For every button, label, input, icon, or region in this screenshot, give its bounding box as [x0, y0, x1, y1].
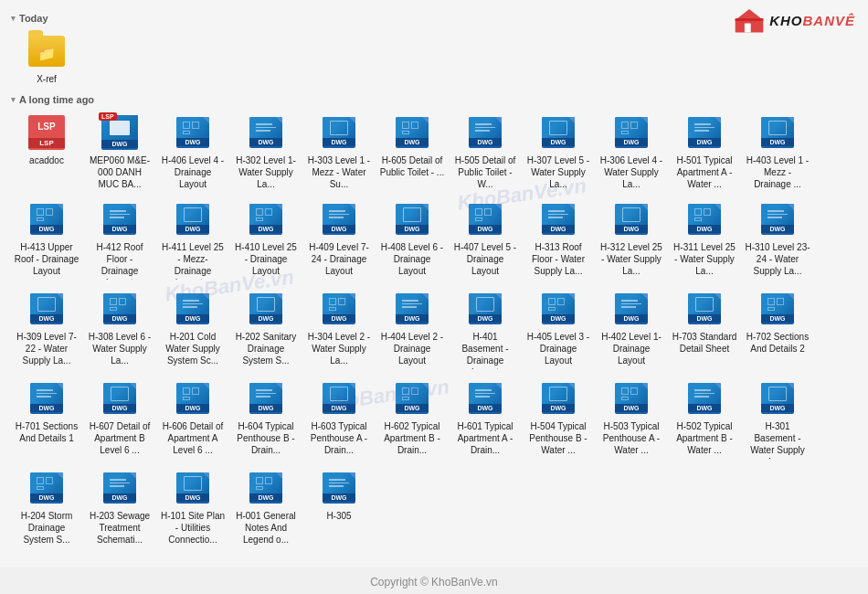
- file-name-h305: H-305: [306, 510, 372, 522]
- file-name-h403: H-403 Level 1 -Mezz - Drainage ...: [745, 154, 810, 190]
- file-item-h312[interactable]: DWG H-312 Level 25 - Water Supply La...: [596, 196, 667, 283]
- file-item-h505[interactable]: DWG H-505 Detail of Public Toilet - W...: [450, 109, 521, 194]
- file-item-h412[interactable]: DWG H-412 Roof Floor - Drainage Layout: [84, 196, 155, 283]
- file-item-h313roof[interactable]: DWG H-313 Roof Floor - Water Supply La..…: [523, 196, 594, 283]
- file-item-h405[interactable]: DWG H-405 Level 3 - Drainage Layout: [523, 285, 594, 373]
- file-item-h406[interactable]: DWG H-406 Level 4 - Drainage Layout: [157, 109, 228, 194]
- file-item-h504[interactable]: DWG H-504 Typical Penthouse B - Water ..…: [523, 375, 594, 462]
- file-name-h703: H-703 Standard Detail Sheet: [672, 331, 737, 355]
- dwg-icon: DWG: [469, 383, 502, 414]
- file-name-h408: H-408 Level 6 - Drainage Layout: [379, 241, 445, 277]
- dwg-icon: DWG: [542, 117, 575, 148]
- file-item-h602[interactable]: DWG H-602 Typical Apartment B - Drain...: [376, 375, 448, 462]
- file-name-h302: H-302 Level 1-Water Supply La...: [233, 154, 299, 190]
- file-item-h307[interactable]: DWG H-307 Level 5 - Water Supply La...: [523, 109, 594, 194]
- dwg-icon: DWG: [30, 204, 63, 235]
- file-name-h501: H-501 Typical Apartment A - Water ...: [672, 154, 737, 190]
- file-item-h306[interactable]: DWG H-306 Level 4 - Water Supply La...: [596, 109, 667, 194]
- dwg-icon: DWG: [30, 383, 63, 414]
- dwg-icon: DWG: [396, 293, 429, 324]
- file-icon-h605: DWG: [392, 112, 432, 153]
- file-item-acaddoc[interactable]: LSP LSP acaddoc: [11, 109, 82, 194]
- file-icon-h201: DWG: [173, 289, 213, 329]
- file-item-h502[interactable]: DWG H-502 Typical Apartment B - Water ..…: [669, 375, 740, 462]
- file-item-h101[interactable]: DWG H-101 Site Plan - Utilities Connecti…: [157, 464, 228, 549]
- file-icon-h203: DWG: [100, 468, 140, 508]
- file-item-h308[interactable]: DWG H-308 Level 6 - Water Supply La...: [84, 285, 155, 373]
- file-item-h203[interactable]: DWG H-203 Sewage Treatment Schemati...: [84, 464, 155, 549]
- file-item-h607[interactable]: DWG H-607 Detail of Apartment B Level 6 …: [84, 375, 155, 462]
- file-item-h606[interactable]: DWG H-606 Detail of Apartment A Level 6 …: [157, 375, 228, 462]
- file-name-h309: H-309 Level 7-22 - Water Supply La...: [14, 331, 79, 366]
- file-item-h410[interactable]: DWG H-410 Level 25 - Drainage Layout: [230, 196, 302, 283]
- dwg-icon: DWG: [615, 204, 648, 235]
- file-item-h605[interactable]: DWG H-605 Detail of Public Toilet - ...: [376, 109, 448, 194]
- file-item-h408[interactable]: DWG H-408 Level 6 - Drainage Layout: [376, 196, 448, 283]
- file-name-h411: H-411 Level 25 - Mezz-Drainage Layout...: [160, 241, 226, 280]
- longtime-grid: LSP LSP acaddoc LSP DWG MEP060 M&E-000 D…: [11, 109, 857, 549]
- file-item-h701[interactable]: DWG H-701 Sections And Details 1: [11, 375, 82, 462]
- dwg-icon: DWG: [103, 472, 136, 504]
- file-item-h301[interactable]: DWG H-301 Basement - Water Supply La...: [742, 375, 813, 462]
- file-item-h001[interactable]: DWG H-001 General Notes And Legend o...: [230, 464, 302, 549]
- file-icon-h411: DWG: [173, 199, 213, 239]
- file-icon-h503: DWG: [611, 378, 651, 419]
- file-icon-h405: DWG: [538, 289, 578, 329]
- dwg-icon: DWG: [323, 383, 355, 414]
- file-item-h703[interactable]: DWG H-703 Standard Detail Sheet: [669, 285, 740, 373]
- file-item-h601[interactable]: DWG H-601 Typical Apartment A - Drain...: [450, 375, 521, 462]
- dwg-icon: DWG: [761, 117, 794, 148]
- file-item-h311[interactable]: DWG H-311 Level 25 - Water Supply La...: [669, 196, 740, 283]
- file-name-h603: H-603 Typical Penthouse A - Drain...: [306, 420, 372, 456]
- file-item-h401[interactable]: DWG H-401 Basement - Drainage Layout: [450, 285, 521, 373]
- file-icon-h502: DWG: [684, 378, 725, 419]
- file-icon-h202: DWG: [246, 289, 286, 329]
- file-item-h411[interactable]: DWG H-411 Level 25 - Mezz-Drainage Layou…: [157, 196, 228, 283]
- file-item-h303[interactable]: DWG H-303 Level 1 -Mezz - Water Su...: [303, 109, 375, 194]
- file-item-h310[interactable]: DWG H-310 Level 23-24 - Water Supply La.…: [742, 196, 813, 283]
- dwg-icon: DWG: [761, 383, 794, 414]
- file-name-h604: H-604 Typical Penthouse B - Drain...: [233, 420, 299, 456]
- file-icon-h306: DWG: [611, 112, 651, 153]
- file-item-mep060[interactable]: LSP DWG MEP060 M&E-000 DANH MUC BA...: [84, 109, 155, 194]
- file-item-h202[interactable]: DWG H-202 Sanitary Drainage System S...: [230, 285, 302, 373]
- file-item-h503[interactable]: DWG H-503 Typical Penthouse A - Water ..…: [596, 375, 667, 462]
- dwg-icon: DWG: [176, 293, 209, 324]
- file-name-h409: H-409 Level 7-24 - Drainage Layout: [306, 241, 372, 277]
- file-name-h602: H-602 Typical Apartment B - Drain...: [379, 420, 445, 456]
- dwg-icon: DWG: [688, 383, 721, 414]
- file-item-xref[interactable]: 📁 X-ref: [11, 27, 82, 89]
- file-name-h312: H-312 Level 25 - Water Supply La...: [598, 241, 664, 277]
- dwg-icon: DWG: [688, 117, 721, 148]
- file-name-h201: H-201 Cold Water Supply System Sc...: [160, 331, 226, 366]
- file-icon-acaddoc: LSP LSP: [26, 112, 67, 153]
- file-item-h404[interactable]: DWG H-404 Level 2 - Drainage Layout: [376, 285, 448, 373]
- svg-marker-1: [736, 9, 764, 20]
- file-item-h204[interactable]: DWG H-204 Storm Drainage System S...: [11, 464, 82, 549]
- file-name-h402: H-402 Level 1-Drainage Layout: [598, 331, 664, 366]
- file-item-h201[interactable]: DWG H-201 Cold Water Supply System Sc...: [157, 285, 228, 373]
- file-item-h407[interactable]: DWG H-407 Level 5 - Drainage Layout: [450, 196, 521, 283]
- file-name-h405: H-405 Level 3 - Drainage Layout: [525, 331, 591, 366]
- file-item-h409[interactable]: DWG H-409 Level 7-24 - Drainage Layout: [303, 196, 375, 283]
- dwg-icon: DWG: [249, 117, 282, 148]
- dwg-icon: DWG: [30, 472, 63, 504]
- file-item-h413[interactable]: DWG H-413 Upper Roof - Drainage Layout: [11, 196, 82, 283]
- file-icon-h313roof: DWG: [538, 199, 578, 239]
- file-icon-h407: DWG: [465, 199, 505, 239]
- file-item-h302[interactable]: DWG H-302 Level 1-Water Supply La...: [230, 109, 302, 194]
- file-icon-h304: DWG: [319, 289, 359, 329]
- file-item-h501[interactable]: DWG H-501 Typical Apartment A - Water ..…: [669, 109, 740, 194]
- file-item-h309[interactable]: DWG H-309 Level 7-22 - Water Supply La..…: [11, 285, 82, 373]
- file-icon-h413: DWG: [26, 199, 67, 239]
- file-item-h305[interactable]: DWG H-305: [303, 464, 375, 549]
- file-item-h402[interactable]: DWG H-402 Level 1-Drainage Layout: [596, 285, 667, 373]
- dwg-icon: DWG: [615, 383, 648, 414]
- file-item-h603[interactable]: DWG H-603 Typical Penthouse A - Drain...: [303, 375, 375, 462]
- file-item-h604[interactable]: DWG H-604 Typical Penthouse B - Drain...: [230, 375, 302, 462]
- file-item-h403[interactable]: DWG H-403 Level 1 -Mezz - Drainage ...: [742, 109, 813, 194]
- chevron-longtime: ▾: [11, 95, 16, 104]
- file-item-h702[interactable]: DWG H-702 Sections And Details 2: [742, 285, 813, 373]
- file-item-h304[interactable]: DWG H-304 Level 2 - Water Supply La...: [303, 285, 375, 373]
- file-icon-h606: DWG: [173, 378, 213, 419]
